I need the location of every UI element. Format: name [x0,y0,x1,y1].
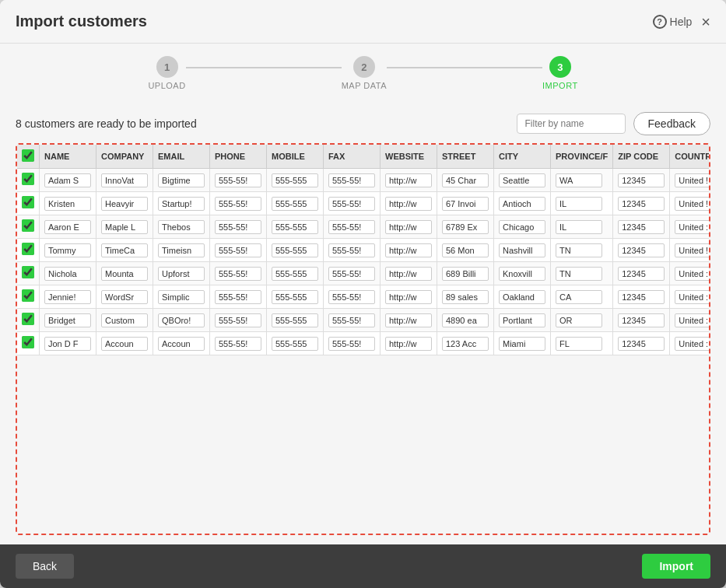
editable-email[interactable]: Simplic [158,290,205,304]
editable-mobile[interactable]: 555-555 [272,313,318,327]
editable-country[interactable]: United ! [675,243,710,257]
editable-fax[interactable]: 555-55! [328,173,375,187]
editable-website[interactable]: http://w [385,313,432,327]
editable-zip[interactable]: 12345 [618,313,665,327]
editable-email[interactable]: Startup! [158,197,205,211]
editable-fax[interactable]: 555-55! [328,313,375,327]
row-checkbox[interactable] [22,313,34,325]
editable-phone[interactable]: 555-55! [215,290,261,304]
editable-email[interactable]: QBOro! [158,313,205,327]
editable-street[interactable]: 56 Mon [442,243,489,257]
editable-mobile[interactable]: 555-555 [272,267,318,281]
editable-name[interactable]: Bridget [44,313,91,327]
editable-zip[interactable]: 12345 [618,173,665,187]
row-checkbox[interactable] [22,196,34,208]
editable-province[interactable]: IL [556,220,602,234]
row-checkbox[interactable] [22,266,34,278]
editable-province[interactable]: CA [556,290,602,304]
editable-city[interactable]: Portlant [499,313,545,327]
editable-street[interactable]: 67 Invoi [442,197,489,211]
row-checkbox[interactable] [22,219,34,232]
editable-zip[interactable]: 12345 [618,220,665,234]
editable-city[interactable]: Chicago [499,220,545,234]
editable-country[interactable]: United : [675,290,710,304]
row-checkbox[interactable] [22,336,34,348]
editable-name[interactable]: Nichola [44,267,91,281]
editable-mobile[interactable]: 555-555 [272,243,318,257]
editable-fax[interactable]: 555-55! [328,243,375,257]
editable-zip[interactable]: 12345 [618,243,665,257]
editable-company[interactable]: Custom [101,313,148,327]
editable-province[interactable]: IL [556,197,602,211]
editable-company[interactable]: TimeCa [101,243,148,257]
editable-province[interactable]: FL [556,337,602,351]
filter-input[interactable] [517,114,626,134]
import-button[interactable]: Import [642,554,710,579]
select-all-checkbox[interactable] [22,149,34,162]
editable-email[interactable]: Upforst [158,267,205,281]
close-button[interactable]: × [701,14,710,30]
editable-company[interactable]: Mounta [101,267,148,281]
editable-website[interactable]: http://w [385,267,432,281]
row-checkbox[interactable] [22,243,34,255]
editable-phone[interactable]: 555-55! [215,243,261,257]
editable-country[interactable]: United : [675,267,710,281]
editable-mobile[interactable]: 555-555 [272,290,318,304]
editable-province[interactable]: TN [556,267,602,281]
editable-fax[interactable]: 555-55! [328,267,375,281]
row-checkbox[interactable] [22,173,34,185]
editable-website[interactable]: http://w [385,220,432,234]
editable-email[interactable]: Timeisn [158,243,205,257]
editable-fax[interactable]: 555-55! [328,220,375,234]
editable-fax[interactable]: 555-55! [328,337,375,351]
editable-phone[interactable]: 555-55! [215,173,261,187]
editable-name[interactable]: Aaron E [44,220,91,234]
editable-zip[interactable]: 12345 [618,337,665,351]
editable-phone[interactable]: 555-55! [215,337,261,351]
editable-city[interactable]: Oakland [499,290,545,304]
editable-zip[interactable]: 12345 [618,267,665,281]
editable-website[interactable]: http://w [385,197,432,211]
editable-city[interactable]: Miami [499,337,545,351]
editable-company[interactable]: InnoVat [101,173,148,187]
editable-email[interactable]: Bigtime [158,173,205,187]
editable-city[interactable]: Antioch [499,197,545,211]
editable-mobile[interactable]: 555-555 [272,220,318,234]
feedback-button[interactable]: Feedback [633,112,710,135]
editable-mobile[interactable]: 555-555 [272,197,318,211]
editable-street[interactable]: 45 Char [442,173,489,187]
editable-province[interactable]: WA [556,173,602,187]
editable-street[interactable]: 689 Billi [442,267,489,281]
editable-country[interactable]: United : [675,220,710,234]
help-button[interactable]: ? Help [653,15,693,29]
back-button[interactable]: Back [16,554,74,579]
editable-phone[interactable]: 555-55! [215,267,261,281]
editable-company[interactable]: Accoun [101,337,148,351]
editable-city[interactable]: Seattle [499,173,545,187]
editable-website[interactable]: http://w [385,290,432,304]
editable-street[interactable]: 123 Acc [442,337,489,351]
editable-website[interactable]: http://w [385,243,432,257]
editable-company[interactable]: WordSr [101,290,148,304]
editable-city[interactable]: Knoxvill [499,267,545,281]
editable-zip[interactable]: 12345 [618,290,665,304]
editable-fax[interactable]: 555-55! [328,197,375,211]
editable-street[interactable]: 6789 Ex [442,220,489,234]
editable-website[interactable]: http://w [385,337,432,351]
editable-country[interactable]: United ! [675,197,710,211]
editable-province[interactable]: TN [556,243,602,257]
editable-country[interactable]: United : [675,337,710,351]
editable-city[interactable]: Nashvill [499,243,545,257]
editable-name[interactable]: Adam S [44,173,91,187]
editable-phone[interactable]: 555-55! [215,220,261,234]
editable-company[interactable]: Heavyir [101,197,148,211]
editable-name[interactable]: Jon D F [44,337,91,351]
editable-street[interactable]: 4890 ea [442,313,489,327]
editable-name[interactable]: Jennie! [44,290,91,304]
editable-name[interactable]: Kristen [44,197,91,211]
editable-fax[interactable]: 555-55! [328,290,375,304]
editable-phone[interactable]: 555-55! [215,313,261,327]
editable-company[interactable]: Maple L [101,220,148,234]
row-checkbox[interactable] [22,289,34,302]
editable-email[interactable]: Accoun [158,337,205,351]
